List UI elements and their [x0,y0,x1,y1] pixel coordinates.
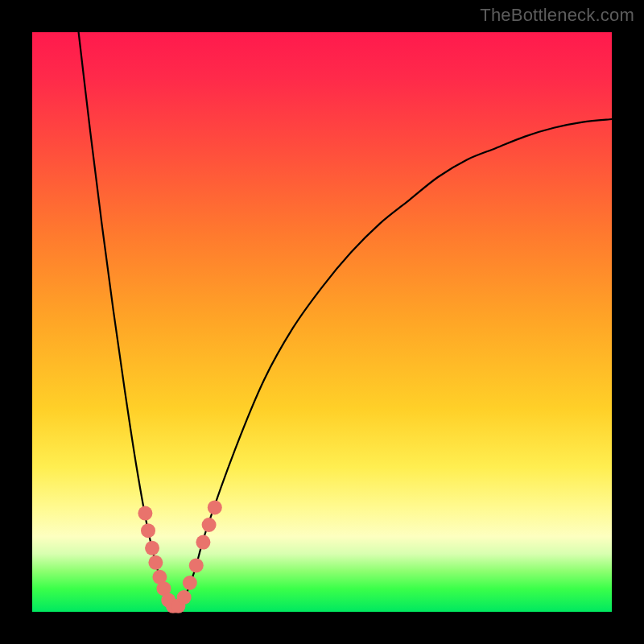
data-marker [189,558,204,572]
chart-frame: TheBottleneck.com [0,0,644,644]
data-marker [148,555,163,570]
plot-area [32,32,612,612]
data-marker [196,535,210,550]
data-marker [183,576,197,590]
data-marker [138,506,152,521]
data-marker [177,590,192,605]
data-marker [202,518,217,532]
watermark-text: TheBottleneck.com [480,5,634,26]
data-marker [141,523,155,538]
data-marker [208,500,222,514]
data-marker [145,541,159,555]
bottleneck-curve [32,32,612,612]
